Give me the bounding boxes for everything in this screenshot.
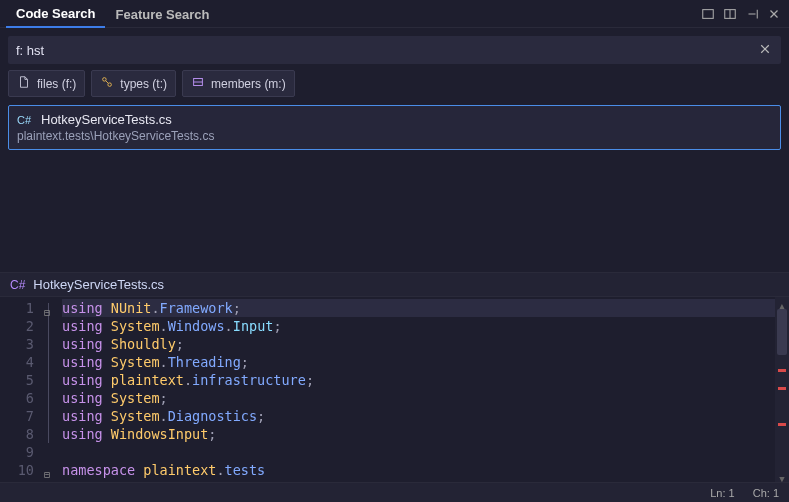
result-filename: HotkeyServiceTests.cs [41,112,172,127]
error-marker[interactable] [778,423,786,426]
csharp-badge-icon: C# [10,278,25,292]
close-icon[interactable] [765,5,783,23]
filter-files[interactable]: files (f:) [8,70,85,97]
code-line[interactable]: using plaintext.infrastructure; [62,371,789,389]
line-number: 2 [0,317,34,335]
code-line[interactable]: using System; [62,389,789,407]
filter-members[interactable]: members (m:) [182,70,295,97]
tab-code-search[interactable]: Code Search [6,0,105,28]
panel-icon[interactable] [699,5,717,23]
csharp-badge-icon: C# [17,114,35,126]
split-icon[interactable] [721,5,739,23]
result-path: plaintext.tests\HotkeyServiceTests.cs [17,129,772,143]
status-bar: Ln: 1 Ch: 1 [0,482,789,502]
code-line[interactable]: using System.Threading; [62,353,789,371]
filter-members-label: members (m:) [211,77,286,91]
search-input[interactable] [14,39,755,62]
filter-bar: files (f:) types (t:) members (m:) [0,70,789,105]
status-col: Ch: 1 [753,487,779,499]
type-icon [100,75,114,92]
code-line[interactable]: using NUnit.Framework; [62,299,789,317]
line-number: 6 [0,389,34,407]
preview-pane: C# HotkeyServiceTests.cs 1234567891011 ⊟… [0,272,789,482]
error-marker[interactable] [778,369,786,372]
file-icon [17,75,31,92]
code-column[interactable]: using NUnit.Framework;using System.Windo… [44,297,789,482]
line-number: 7 [0,407,34,425]
line-number: 4 [0,353,34,371]
editor[interactable]: 1234567891011 ⊟⊟ using NUnit.Framework;u… [0,297,789,482]
filter-types[interactable]: types (t:) [91,70,176,97]
line-gutter: 1234567891011 [0,297,44,482]
error-marker[interactable] [778,387,786,390]
filter-files-label: files (f:) [37,77,76,91]
search-container [8,36,781,64]
member-icon [191,75,205,92]
tabbar: Code Search Feature Search [0,0,789,28]
search-clear-icon[interactable] [755,41,775,60]
filter-types-label: types (t:) [120,77,167,91]
status-line: Ln: 1 [710,487,734,499]
line-number: 8 [0,425,34,443]
scroll-up-arrow-icon[interactable]: ▲ [775,297,789,309]
preview-header: C# HotkeyServiceTests.cs [0,272,789,297]
svg-point-10 [108,83,112,87]
svg-rect-0 [703,9,714,18]
scroll-thumb[interactable] [777,309,787,355]
line-number: 5 [0,371,34,389]
code-line[interactable]: namespace plaintext.tests [62,461,789,479]
code-line[interactable]: using Shouldly; [62,335,789,353]
scrollbar[interactable]: ▲ ▼ [775,297,789,482]
code-line[interactable]: using System.Windows.Input; [62,317,789,335]
code-line[interactable]: using System.Diagnostics; [62,407,789,425]
code-line[interactable] [62,443,789,461]
scroll-down-arrow-icon[interactable]: ▼ [775,470,789,482]
result-title-row: C# HotkeyServiceTests.cs [17,112,772,127]
line-number: 10 [0,461,34,479]
search-result[interactable]: C# HotkeyServiceTests.cs plaintext.tests… [8,105,781,150]
line-number: 3 [0,335,34,353]
code-line[interactable]: using WindowsInput; [62,425,789,443]
tab-feature-search[interactable]: Feature Search [105,1,219,27]
popout-icon[interactable] [743,5,761,23]
line-number: 9 [0,443,34,461]
preview-filename: HotkeyServiceTests.cs [33,277,164,292]
line-number: 1 [0,299,34,317]
svg-point-9 [103,78,107,82]
svg-line-11 [106,81,109,84]
